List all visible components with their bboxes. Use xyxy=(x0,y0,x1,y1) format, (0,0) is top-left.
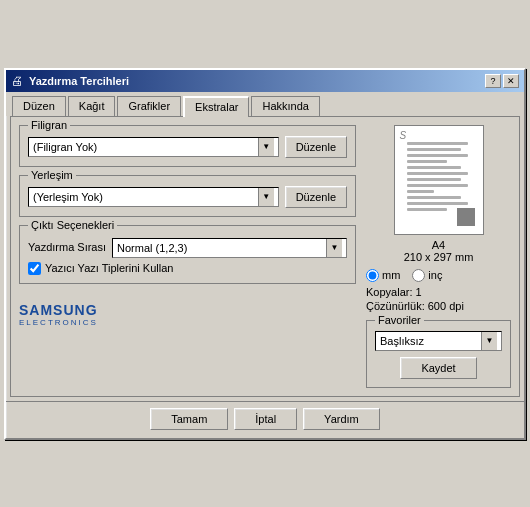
printer-icon: 🖨 xyxy=(11,74,23,88)
filigran-group-label: Filigran xyxy=(28,119,70,131)
page-line-4 xyxy=(407,160,448,163)
page-line-7 xyxy=(407,178,461,181)
copies-info: Kopyalar: 1 xyxy=(366,286,511,298)
print-order-arrow[interactable]: ▼ xyxy=(326,239,342,257)
main-window: 🖨 Yazdırma Tercihleri ? ✕ Düzen Kağıt Gr… xyxy=(4,68,526,440)
page-info: A4 210 x 297 mm xyxy=(404,239,474,263)
favorites-save-button[interactable]: Kaydet xyxy=(400,357,476,379)
page-line-1 xyxy=(407,142,468,145)
print-order-value: Normal (1,2,3) xyxy=(117,242,326,254)
samsung-logo: SAMSUNG ELECTRONICS xyxy=(19,302,98,327)
page-square xyxy=(457,208,475,226)
inch-radio-item: inç xyxy=(412,269,442,282)
yerlesim-group: Yerleşim (Yerleşim Yok) ▼ Düzenle xyxy=(19,175,356,217)
yerlesim-combo[interactable]: (Yerleşim Yok) ▼ xyxy=(28,187,279,207)
tab-ekstralar[interactable]: Ekstralar xyxy=(183,96,249,117)
window-title: Yazdırma Tercihleri xyxy=(29,75,129,87)
samsung-brand: SAMSUNG xyxy=(19,302,98,318)
tab-bar: Düzen Kağıt Grafikler Ekstralar Hakkında xyxy=(6,92,524,116)
page-line-3 xyxy=(407,154,468,157)
print-order-combo[interactable]: Normal (1,2,3) ▼ xyxy=(112,238,347,258)
favorites-combo-value: Başlıksız xyxy=(380,335,481,347)
filigran-group: Filigran (Filigran Yok) ▼ Düzenle xyxy=(19,125,356,167)
samsung-sub: ELECTRONICS xyxy=(19,318,98,327)
yerlesim-combo-arrow[interactable]: ▼ xyxy=(258,188,274,206)
mm-radio[interactable] xyxy=(366,269,379,282)
title-bar: 🖨 Yazdırma Tercihleri ? ✕ xyxy=(6,70,524,92)
tab-kagit[interactable]: Kağıt xyxy=(68,96,116,116)
page-line-6 xyxy=(407,172,468,175)
page-line-9 xyxy=(407,190,434,193)
right-panel: S A4 xyxy=(366,125,511,388)
favorites-group-label: Favoriler xyxy=(375,314,424,326)
yerlesim-group-label: Yerleşim xyxy=(28,169,76,181)
resolution-info: Çözünürlük: 600 dpi xyxy=(366,300,511,312)
help-title-button[interactable]: ? xyxy=(485,74,501,88)
cikti-group-label: Çıktı Seçenekleri xyxy=(28,219,117,231)
filigran-duzenle-button[interactable]: Düzenle xyxy=(285,136,347,158)
page-dimensions: 210 x 297 mm xyxy=(404,251,474,263)
cikti-group: Çıktı Seçenekleri Yazdırma Sırası Normal… xyxy=(19,225,356,284)
page-line-10 xyxy=(407,196,461,199)
favorites-combo-arrow[interactable]: ▼ xyxy=(481,332,497,350)
ok-button[interactable]: Tamam xyxy=(150,408,228,430)
page-line-8 xyxy=(407,184,468,187)
help-button[interactable]: Yardım xyxy=(303,408,380,430)
mm-radio-item: mm xyxy=(366,269,400,282)
page-line-5 xyxy=(407,166,461,169)
tab-duzen[interactable]: Düzen xyxy=(12,96,66,116)
page-line-12 xyxy=(407,208,448,211)
filigran-combo-arrow[interactable]: ▼ xyxy=(258,138,274,156)
filigran-combo[interactable]: (Filigran Yok) ▼ xyxy=(28,137,279,157)
checkbox-row: Yazıcı Yazı Tiplerini Kullan xyxy=(28,262,347,275)
page-line-2 xyxy=(407,148,461,151)
yazici-checkbox-label: Yazıcı Yazı Tiplerini Kullan xyxy=(45,262,173,274)
tab-content-ekstralar: Filigran (Filigran Yok) ▼ Düzenle Yerleş… xyxy=(10,116,520,397)
page-size-label: A4 xyxy=(404,239,474,251)
page-preview: S xyxy=(394,125,484,235)
inch-radio[interactable] xyxy=(412,269,425,282)
tab-hakkinda[interactable]: Hakkında xyxy=(251,96,319,116)
favorites-group: Favoriler Başlıksız ▼ Kaydet xyxy=(366,320,511,388)
unit-radio-row: mm inç xyxy=(366,269,511,282)
title-bar-buttons: ? ✕ xyxy=(485,74,519,88)
inch-label: inç xyxy=(428,269,442,281)
yerlesim-duzenle-button[interactable]: Düzenle xyxy=(285,186,347,208)
print-order-label: Yazdırma Sırası xyxy=(28,241,106,253)
filigran-combo-value: (Filigran Yok) xyxy=(33,141,258,153)
samsung-logo-area: SAMSUNG ELECTRONICS xyxy=(19,292,356,327)
tab-grafikler[interactable]: Grafikler xyxy=(117,96,181,116)
cancel-button[interactable]: İptal xyxy=(234,408,297,430)
bottom-bar: Tamam İptal Yardım xyxy=(6,401,524,438)
favorites-combo[interactable]: Başlıksız ▼ xyxy=(375,331,502,351)
page-line-11 xyxy=(407,202,468,205)
page-s-letter: S xyxy=(400,130,407,141)
mm-label: mm xyxy=(382,269,400,281)
yazici-checkbox[interactable] xyxy=(28,262,41,275)
yerlesim-combo-value: (Yerleşim Yok) xyxy=(33,191,258,203)
close-title-button[interactable]: ✕ xyxy=(503,74,519,88)
left-panel: Filigran (Filigran Yok) ▼ Düzenle Yerleş… xyxy=(19,125,356,388)
